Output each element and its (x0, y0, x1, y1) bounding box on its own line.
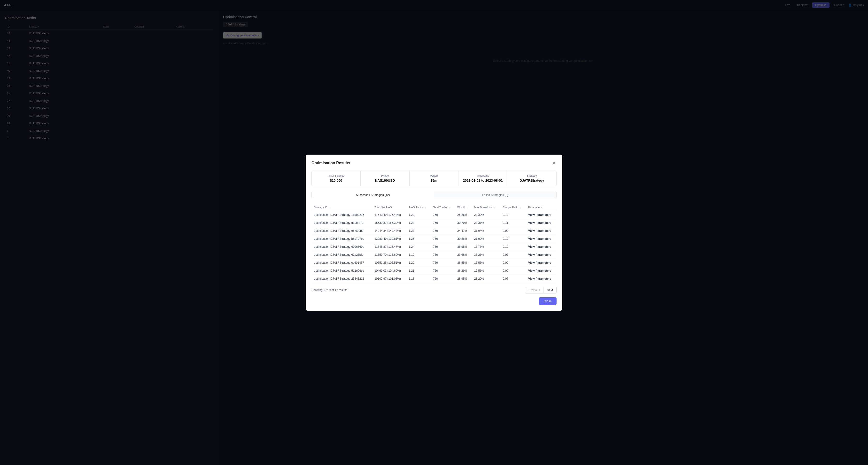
summary-symbol: Symbol NAS100USD (361, 171, 409, 186)
result-max-drawdown: 21.99% (472, 235, 500, 243)
result-total-net-profit: 15530.37 (155.30%) (372, 219, 406, 227)
summary-initial-balance: Initial Balance $10,000 (312, 171, 361, 186)
result-view-parameters[interactable]: View Parameters (526, 259, 557, 267)
result-profit-factor: 1.25 (406, 235, 430, 243)
result-profit-factor: 1.29 (406, 211, 430, 219)
results-tabs: Successful Strategies (12) Failed Strate… (311, 191, 557, 199)
result-total-net-profit: 17543.49 (175.43%) (372, 211, 406, 219)
result-total-trades: 760 (431, 219, 455, 227)
result-strategy-id: optimisation-DJATRStrategy-6996569a (311, 243, 372, 251)
result-strategy-id: optimisation-DJATRStrategy-e5f000b2 (311, 227, 372, 235)
table-row: optimisation-DJATRStrategy-b5b7d7bc 1398… (311, 235, 557, 243)
table-row: optimisation-DJATRStrategy-6996569a 1164… (311, 243, 557, 251)
result-max-drawdown: 17.56% (472, 267, 500, 275)
result-view-parameters[interactable]: View Parameters (526, 219, 557, 227)
result-profit-factor: 1.24 (406, 243, 430, 251)
next-button[interactable]: Next (544, 287, 557, 294)
table-row: optimisation-DJATRStrategy-511e26ce 1046… (311, 267, 557, 275)
result-max-drawdown: 23.30% (472, 211, 500, 219)
result-sharpe-ratio: 0.10 (500, 235, 526, 243)
result-total-net-profit: 11646.87 (116.47%) (372, 243, 406, 251)
col-win-pct: Win % ↕ (455, 204, 472, 211)
sort-icon: ↕ (520, 206, 521, 209)
result-max-drawdown: 31.94% (472, 227, 500, 235)
table-row: optimisation-DJATRStrategy-ddf3887a 1553… (311, 219, 557, 227)
result-max-drawdown: 33.26% (472, 251, 500, 259)
sort-icon: ↕ (544, 206, 545, 209)
result-win-pct: 38.55% (455, 259, 472, 267)
pagination-buttons: Previous Next (525, 287, 557, 294)
table-row: optimisation-DJATRStrategy-1ea0d215 1754… (311, 211, 557, 219)
tab-successful-strategies[interactable]: Successful Strategies (12) (312, 191, 434, 199)
result-total-trades: 760 (431, 235, 455, 243)
result-win-pct: 28.95% (455, 275, 472, 283)
result-strategy-id: optimisation-DJATRStrategy-b5b7d7bc (311, 235, 372, 243)
period-label: Period (413, 174, 454, 177)
table-row: optimisation-DJATRStrategy-e5f000b2 1424… (311, 227, 557, 235)
col-profit-factor: Profit Factor ↕ (406, 204, 430, 211)
result-sharpe-ratio: 0.10 (500, 243, 526, 251)
col-strategy-id: Strategy ID ↕ (311, 204, 372, 211)
result-total-trades: 760 (431, 251, 455, 259)
sort-icon: ↕ (329, 206, 330, 209)
symbol-label: Symbol (365, 174, 405, 177)
close-icon[interactable]: × (551, 160, 557, 166)
result-total-trades: 760 (431, 259, 455, 267)
result-total-net-profit: 13981.49 (139.81%) (372, 235, 406, 243)
col-parameters: Parameters ↕ (526, 204, 557, 211)
result-view-parameters[interactable]: View Parameters (526, 251, 557, 259)
result-win-pct: 38.29% (455, 267, 472, 275)
summary-timeframe: Timeframe 2023-01-01 to 2023-08-01 (459, 171, 507, 186)
previous-button[interactable]: Previous (525, 287, 544, 294)
summary-cards: Initial Balance $10,000 Symbol NAS100USD… (311, 171, 557, 186)
result-max-drawdown: 13.78% (472, 243, 500, 251)
result-strategy-id: optimisation-DJATRStrategy-cd601457 (311, 259, 372, 267)
optimisation-results-modal: Optimisation Results × Initial Balance $… (306, 155, 562, 311)
result-view-parameters[interactable]: View Parameters (526, 211, 557, 219)
table-row: optimisation-DJATRStrategy-62a26bfc 1155… (311, 251, 557, 259)
result-sharpe-ratio: 0.07 (500, 251, 526, 259)
result-sharpe-ratio: 0.11 (500, 219, 526, 227)
result-max-drawdown: 28.20% (472, 275, 500, 283)
result-profit-factor: 1.18 (406, 275, 430, 283)
result-total-net-profit: 10469.03 (104.69%) (372, 267, 406, 275)
result-win-pct: 30.79% (455, 219, 472, 227)
result-strategy-id: optimisation-DJATRStrategy-ddf3887a (311, 219, 372, 227)
result-strategy-id: optimisation-DJATRStrategy-62a26bfc (311, 251, 372, 259)
result-strategy-id: optimisation-DJATRStrategy-511e26ce (311, 267, 372, 275)
sort-icon: ↕ (425, 206, 426, 209)
sort-icon: ↕ (449, 206, 451, 209)
result-sharpe-ratio: 0.09 (500, 267, 526, 275)
result-max-drawdown: 23.31% (472, 219, 500, 227)
modal-footer: Close (311, 297, 557, 305)
initial-balance-value: $10,000 (316, 178, 356, 182)
result-win-pct: 24.47% (455, 227, 472, 235)
col-total-trades: Total Trades ↕ (431, 204, 455, 211)
result-strategy-id: optimisation-DJATRStrategy-1ea0d215 (311, 211, 372, 219)
result-total-trades: 760 (431, 275, 455, 283)
result-view-parameters[interactable]: View Parameters (526, 243, 557, 251)
table-row: optimisation-DJATRStrategy-25343211 1010… (311, 275, 557, 283)
result-win-pct: 38.95% (455, 243, 472, 251)
result-view-parameters[interactable]: View Parameters (526, 267, 557, 275)
result-view-parameters[interactable]: View Parameters (526, 235, 557, 243)
tab-failed-strategies[interactable]: Failed Strategies (0) (434, 191, 556, 199)
result-win-pct: 30.26% (455, 235, 472, 243)
results-table: Strategy ID ↕ Total Net Profit ↕ Profit … (311, 204, 557, 283)
result-view-parameters[interactable]: View Parameters (526, 227, 557, 235)
result-sharpe-ratio: 0.07 (500, 275, 526, 283)
result-total-net-profit: 14244.34 (142.44%) (372, 227, 406, 235)
result-win-pct: 25.26% (455, 211, 472, 219)
period-value: 15m (413, 178, 454, 182)
sort-icon: ↕ (393, 206, 395, 209)
col-max-drawdown: Max Drawdown ↕ (472, 204, 500, 211)
result-sharpe-ratio: 0.09 (500, 227, 526, 235)
pagination-info: Showing 1 to 9 of 12 results (311, 288, 347, 292)
close-button[interactable]: Close (539, 297, 557, 305)
result-view-parameters[interactable]: View Parameters (526, 275, 557, 283)
result-profit-factor: 1.21 (406, 267, 430, 275)
col-total-net-profit: Total Net Profit ↕ (372, 204, 406, 211)
result-strategy-id: optimisation-DJATRStrategy-25343211 (311, 275, 372, 283)
result-total-net-profit: 11559.70 (115.60%) (372, 251, 406, 259)
result-total-net-profit: 10651.25 (106.51%) (372, 259, 406, 267)
